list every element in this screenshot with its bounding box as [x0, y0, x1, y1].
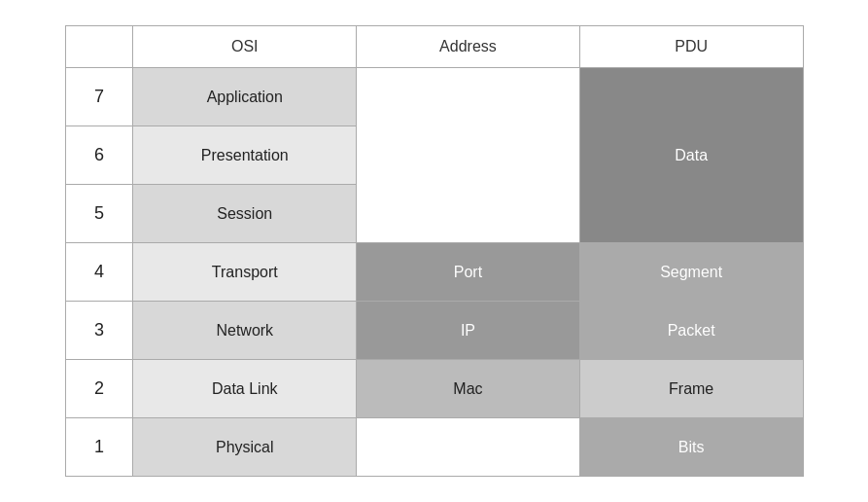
header-address: Address [357, 26, 580, 68]
row-number: 2 [65, 360, 133, 418]
pdu-cell: Frame [579, 360, 803, 418]
header-osi: OSI [133, 26, 357, 68]
osi-cell: Application [133, 68, 357, 126]
osi-cell: Presentation [133, 126, 357, 185]
address-cell: IP [357, 302, 580, 360]
row-number: 7 [65, 68, 133, 126]
table-row: 2 Data Link Mac Frame [65, 360, 803, 418]
table-row: 1 Physical Bits [65, 418, 803, 477]
address-cell: Port [357, 243, 580, 302]
address-cell-merged [357, 68, 580, 243]
row-number: 3 [65, 302, 133, 360]
pdu-cell: Packet [579, 302, 803, 360]
table-row: 4 Transport Port Segment [65, 243, 803, 302]
pdu-cell: Bits [579, 418, 803, 477]
header-number [65, 26, 133, 68]
table-row: 7 Application Data [65, 68, 803, 126]
row-number: 5 [65, 185, 133, 243]
osi-cell: Data Link [133, 360, 357, 418]
row-number: 1 [65, 418, 133, 477]
pdu-cell: Segment [579, 243, 803, 302]
osi-cell: Session [133, 185, 357, 243]
table-row: 3 Network IP Packet [65, 302, 803, 360]
header-pdu: PDU [579, 26, 803, 68]
osi-cell: Transport [133, 243, 357, 302]
row-number: 6 [65, 126, 133, 185]
osi-table: OSI Address PDU 7 Application Data 6 Pre… [65, 25, 804, 477]
address-cell: Mac [357, 360, 580, 418]
pdu-cell-data: Data [579, 68, 803, 243]
address-cell [357, 418, 580, 477]
osi-cell: Physical [133, 418, 357, 477]
row-number: 4 [65, 243, 133, 302]
osi-cell: Network [133, 302, 357, 360]
